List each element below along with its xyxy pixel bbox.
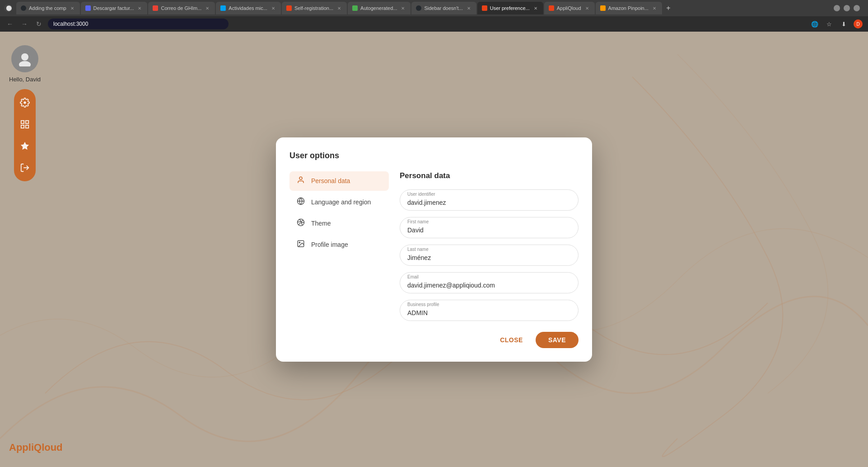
field-group: User identifier First name Last name — [400, 189, 579, 321]
tab-bar: ⚪ Adding the comp ✕ Descargar factur... … — [0, 0, 868, 16]
tab-label: Descargar factur... — [93, 5, 134, 11]
svg-text:⚪: ⚪ — [6, 5, 12, 11]
svg-point-14 — [299, 242, 300, 243]
tab-label: Sidebar doesn't... — [424, 5, 462, 11]
tab-favicon — [153, 5, 158, 11]
tab-close[interactable]: ✕ — [532, 5, 539, 11]
tab-autogenerated[interactable]: Autogenerated... ✕ — [348, 2, 411, 14]
bookmark-icon[interactable]: ☆ — [824, 19, 835, 29]
tab-adding-comp[interactable]: Adding the comp ✕ — [16, 2, 80, 14]
first-name-field: First name — [400, 217, 579, 238]
download-icon[interactable]: ⬇ — [838, 19, 849, 29]
dialog-content: Personal data User identifier First name… — [400, 171, 579, 321]
image-icon — [296, 240, 306, 250]
nav-item-theme[interactable]: Theme — [289, 214, 389, 233]
translate-icon[interactable]: 🌐 — [809, 19, 820, 29]
reload-button[interactable]: ↻ — [33, 19, 44, 29]
tab-favicon — [21, 5, 26, 11]
tab-amazon[interactable]: Amazon Pinpoin... ✕ — [596, 2, 662, 14]
github-favicon: ⚪ — [4, 4, 13, 13]
user-options-dialog: User options Personal data Language — [276, 137, 592, 362]
browser-actions: 🌐 ☆ ⬇ D — [809, 19, 863, 29]
close-window-button[interactable] — [854, 5, 860, 11]
browser-chrome: ⚪ Adding the comp ✕ Descargar factur... … — [0, 0, 868, 32]
save-button[interactable]: SAVE — [536, 332, 579, 348]
maximize-button[interactable] — [844, 5, 850, 11]
tab-label: Correo de GHIm... — [161, 5, 201, 11]
tab-correo[interactable]: Correo de GHIm... ✕ — [148, 2, 215, 14]
tab-user-prefs[interactable]: User preference... ✕ — [477, 2, 543, 14]
tab-favicon — [549, 5, 554, 11]
user-identifier-label: User identifier — [407, 192, 435, 197]
new-tab-button[interactable]: + — [663, 3, 674, 14]
modal-overlay: User options Personal data Language — [0, 32, 868, 467]
tab-appliqloud[interactable]: AppliQloud ✕ — [544, 2, 595, 14]
last-name-field: Last name — [400, 245, 579, 266]
tab-close[interactable]: ✕ — [584, 5, 590, 11]
email-label: Email — [407, 274, 419, 279]
svg-point-10 — [299, 177, 302, 179]
back-button[interactable]: ← — [5, 19, 15, 29]
language-icon — [296, 197, 306, 208]
minimize-button[interactable] — [834, 5, 840, 11]
tab-close[interactable]: ✕ — [204, 5, 210, 11]
first-name-label: First name — [407, 219, 429, 224]
business-profile-field: Business profile — [400, 300, 579, 321]
person-icon — [296, 176, 306, 186]
dialog-body: Personal data Language and region Theme — [289, 171, 579, 321]
address-bar: ← → ↻ localhost:3000 🌐 ☆ ⬇ D — [0, 16, 868, 32]
user-identifier-field: User identifier — [400, 189, 579, 211]
first-name-input[interactable] — [407, 220, 571, 234]
tab-close[interactable]: ✕ — [400, 5, 406, 11]
tab-favicon — [600, 5, 606, 11]
tab-label: Amazon Pinpoin... — [608, 5, 649, 11]
tab-label: AppliQloud — [557, 5, 581, 11]
last-name-label: Last name — [407, 247, 429, 252]
tab-label: Adding the comp — [29, 5, 66, 11]
nav-item-label: Personal data — [311, 177, 350, 184]
dialog-title: User options — [289, 151, 579, 160]
nav-item-profile-image[interactable]: Profile image — [289, 235, 389, 255]
tab-close[interactable]: ✕ — [69, 5, 75, 11]
tab-close[interactable]: ✕ — [336, 5, 342, 11]
url-text: localhost:3000 — [53, 21, 88, 27]
nav-item-personal-data[interactable]: Personal data — [289, 171, 389, 191]
close-button[interactable]: CLOSE — [493, 333, 530, 347]
nav-item-label: Language and region — [311, 198, 371, 206]
dialog-footer: CLOSE SAVE — [289, 332, 579, 348]
dialog-nav: Personal data Language and region Theme — [289, 171, 389, 321]
nav-item-label: Profile image — [311, 241, 348, 248]
tab-favicon — [85, 5, 91, 11]
business-profile-label: Business profile — [407, 302, 439, 307]
tab-actividades[interactable]: Actividades mic... ✕ — [216, 2, 281, 14]
tab-favicon — [286, 5, 292, 11]
tab-favicon — [416, 5, 421, 11]
email-input[interactable] — [407, 275, 571, 289]
tab-descargar[interactable]: Descargar factur... ✕ — [81, 2, 148, 14]
tab-close[interactable]: ✕ — [270, 5, 276, 11]
tab-favicon — [482, 5, 487, 11]
last-name-input[interactable] — [407, 248, 571, 261]
tab-label: User preference... — [490, 5, 530, 11]
nav-item-label: Theme — [311, 220, 331, 227]
tab-close[interactable]: ✕ — [651, 5, 658, 11]
url-bar[interactable]: localhost:3000 — [48, 19, 229, 29]
app-background: Hello, David User options — [0, 32, 868, 467]
tab-favicon — [352, 5, 358, 11]
tab-label: Autogenerated... — [360, 5, 397, 11]
email-field: Email — [400, 272, 579, 293]
tab-label: Self-registration... — [294, 5, 333, 11]
tab-favicon — [220, 5, 226, 11]
tab-close[interactable]: ✕ — [466, 5, 472, 11]
theme-icon — [296, 218, 306, 229]
profile-icon[interactable]: D — [853, 19, 863, 29]
forward-button[interactable]: → — [19, 19, 30, 29]
tab-label: Actividades mic... — [229, 5, 267, 11]
content-title: Personal data — [400, 171, 579, 180]
tab-sidebar[interactable]: Sidebar doesn't... ✕ — [411, 2, 476, 14]
tab-self-reg[interactable]: Self-registration... ✕ — [282, 2, 347, 14]
nav-item-language[interactable]: Language and region — [289, 193, 389, 212]
tab-close[interactable]: ✕ — [136, 5, 143, 11]
